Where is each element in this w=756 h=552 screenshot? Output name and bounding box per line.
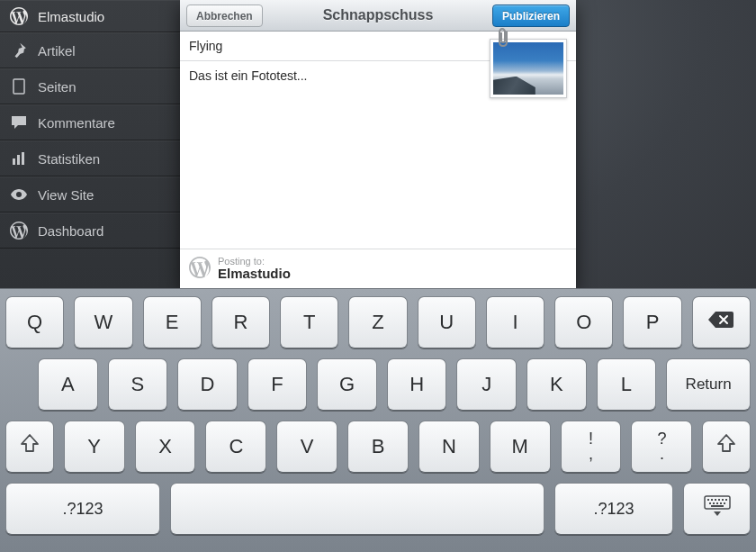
key-period[interactable]: ? . xyxy=(631,421,692,473)
sidebar-item-label: Dashboard xyxy=(38,223,104,239)
key-f[interactable]: F xyxy=(248,358,308,411)
key-t[interactable]: T xyxy=(280,296,338,348)
backspace-icon xyxy=(706,309,735,336)
svg-rect-9 xyxy=(722,499,724,501)
sidebar-item-label: Kommentare xyxy=(38,115,115,131)
key-numswitch-left[interactable]: .?123 xyxy=(5,483,160,535)
keyboard-row-4: .?123 .?123 xyxy=(5,483,751,535)
sidebar-item-dashboard[interactable]: Dashboard xyxy=(0,213,180,249)
key-e[interactable]: E xyxy=(143,296,202,348)
sidebar-item-label: Seiten xyxy=(38,79,76,95)
key-return[interactable]: Return xyxy=(666,358,751,411)
shift-icon xyxy=(715,432,738,461)
wordpress-icon xyxy=(9,6,29,26)
key-shift-left[interactable] xyxy=(5,421,54,473)
svg-rect-12 xyxy=(713,502,715,504)
key-x[interactable]: X xyxy=(135,421,196,473)
modal-footer: Posting to: Elmastudio xyxy=(180,249,576,288)
pin-icon xyxy=(9,41,29,60)
svg-rect-10 xyxy=(725,499,727,501)
key-punct-bot: . xyxy=(660,447,664,462)
svg-rect-15 xyxy=(724,502,725,504)
key-q[interactable]: Q xyxy=(5,296,64,348)
key-r[interactable]: R xyxy=(212,296,270,348)
wordpress-icon xyxy=(189,257,211,282)
modal-body: Das ist ein Fototest... xyxy=(180,32,576,249)
svg-rect-7 xyxy=(715,499,716,501)
key-o[interactable]: O xyxy=(554,296,613,348)
svg-rect-8 xyxy=(718,499,720,501)
key-c[interactable]: C xyxy=(205,421,266,473)
quick-post-modal: Abbrechen Schnappschuss Publizieren Das … xyxy=(180,0,576,288)
svg-rect-0 xyxy=(14,79,24,94)
modal-header: Abbrechen Schnappschuss Publizieren xyxy=(180,0,576,32)
svg-rect-2 xyxy=(17,155,20,165)
sidebar-site-name: Elmastudio xyxy=(38,9,104,24)
sidebar-item-artikel[interactable]: Artikel xyxy=(0,32,180,68)
key-j[interactable]: J xyxy=(456,358,517,411)
sidebar-item-label: Statistiken xyxy=(38,151,100,167)
key-a[interactable]: A xyxy=(38,358,98,411)
sidebar-item-label: View Site xyxy=(38,187,94,203)
svg-rect-11 xyxy=(709,502,711,504)
key-backspace[interactable] xyxy=(692,296,751,348)
sidebar-item-statistiken[interactable]: Statistiken xyxy=(0,140,180,176)
key-i[interactable]: I xyxy=(486,296,544,348)
page-icon xyxy=(9,77,29,96)
hide-keyboard-icon xyxy=(703,494,732,523)
publish-button-label: Publizieren xyxy=(502,10,560,23)
key-v[interactable]: V xyxy=(276,421,338,473)
keyboard-row-1: Q W E R T Z U I O P xyxy=(5,296,751,348)
key-g[interactable]: G xyxy=(317,358,377,411)
svg-rect-14 xyxy=(720,502,722,504)
onscreen-keyboard: Q W E R T Z U I O P A S D F G H J K L Re… xyxy=(0,288,756,552)
key-y[interactable]: Y xyxy=(64,421,125,473)
key-space[interactable] xyxy=(170,483,544,535)
sidebar: Elmastudio Artikel Seiten Kommentare Sta… xyxy=(0,0,180,288)
svg-rect-3 xyxy=(22,152,24,165)
svg-rect-6 xyxy=(711,499,713,501)
modal-title: Schnappschuss xyxy=(323,7,434,23)
key-n[interactable]: N xyxy=(418,421,480,473)
key-hide-keyboard[interactable] xyxy=(683,483,751,535)
key-punct-bot: , xyxy=(589,447,593,462)
key-m[interactable]: M xyxy=(490,421,551,473)
key-k[interactable]: K xyxy=(526,358,587,411)
svg-rect-1 xyxy=(13,158,15,165)
comment-icon xyxy=(9,113,29,132)
key-numswitch-right[interactable]: .?123 xyxy=(554,483,673,535)
key-d[interactable]: D xyxy=(177,358,238,411)
key-z[interactable]: Z xyxy=(348,296,407,348)
sidebar-site-header[interactable]: Elmastudio xyxy=(0,0,180,32)
keyboard-row-2: A S D F G H J K L Return xyxy=(5,358,751,411)
key-w[interactable]: W xyxy=(74,296,132,348)
key-comma[interactable]: ! , xyxy=(561,421,622,473)
sidebar-item-view-site[interactable]: View Site xyxy=(0,176,180,213)
key-b[interactable]: B xyxy=(347,421,409,473)
sidebar-item-seiten[interactable]: Seiten xyxy=(0,68,180,104)
key-l[interactable]: L xyxy=(597,358,657,411)
svg-rect-13 xyxy=(716,502,718,504)
post-body-text: Das ist ein Fototest... xyxy=(189,68,308,83)
shift-icon xyxy=(18,432,41,461)
key-h[interactable]: H xyxy=(387,358,447,411)
paperclip-icon xyxy=(495,24,515,50)
posting-to-site: Elmastudio xyxy=(218,267,291,282)
key-shift-right[interactable] xyxy=(702,421,751,473)
sidebar-item-label: Artikel xyxy=(38,43,76,59)
posting-to-block: Posting to: Elmastudio xyxy=(218,256,291,282)
key-s[interactable]: S xyxy=(108,358,168,411)
eye-icon xyxy=(9,185,29,204)
sidebar-item-kommentare[interactable]: Kommentare xyxy=(0,104,180,140)
keyboard-row-3: Y X C V B N M ! , ? . xyxy=(5,421,751,473)
cancel-button[interactable]: Abbrechen xyxy=(186,5,263,27)
stats-icon xyxy=(9,149,29,168)
svg-rect-16 xyxy=(711,505,724,507)
key-u[interactable]: U xyxy=(418,296,476,348)
svg-rect-5 xyxy=(707,499,709,501)
wordpress-icon xyxy=(9,221,29,240)
cancel-button-label: Abbrechen xyxy=(196,10,253,23)
key-p[interactable]: P xyxy=(623,296,681,348)
photo-thumbnail xyxy=(493,42,563,95)
